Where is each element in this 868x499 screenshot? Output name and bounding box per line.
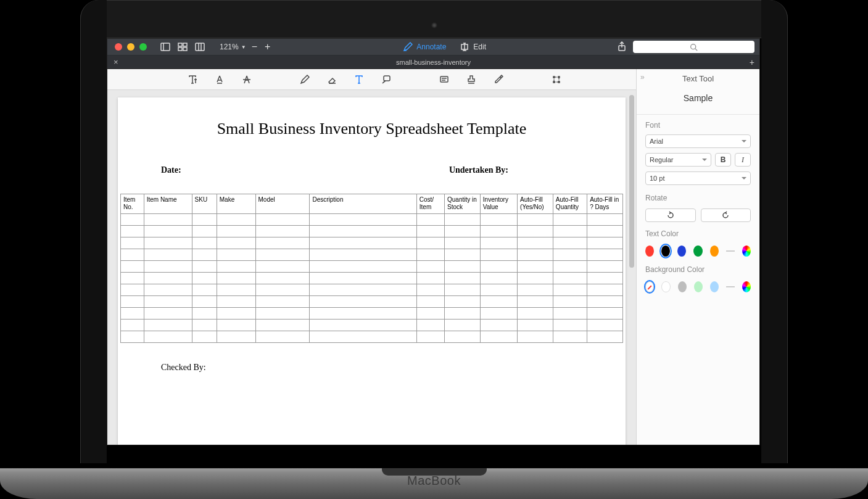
table-cell[interactable] [144, 226, 192, 237]
table-cell[interactable] [518, 284, 553, 296]
window-close-button[interactable] [115, 43, 122, 51]
table-cell[interactable] [217, 249, 255, 261]
table-cell[interactable] [445, 249, 481, 261]
table-cell[interactable] [192, 214, 217, 226]
share-icon[interactable] [617, 41, 627, 53]
table-cell[interactable] [255, 320, 310, 331]
table-cell[interactable] [416, 249, 444, 261]
table-cell[interactable] [121, 226, 144, 237]
table-cell[interactable] [310, 249, 416, 261]
bg-color-swatch[interactable] [661, 281, 670, 292]
new-tab-button[interactable]: + [750, 57, 754, 67]
table-cell[interactable] [121, 261, 144, 273]
table-cell[interactable] [192, 284, 217, 296]
table-cell[interactable] [121, 249, 144, 261]
table-cell[interactable] [144, 331, 192, 343]
table-cell[interactable] [553, 296, 587, 308]
text-color-swatch[interactable] [677, 245, 686, 257]
color-wheel-icon[interactable] [742, 281, 751, 292]
table-cell[interactable] [518, 273, 553, 284]
table-cell[interactable] [587, 261, 623, 273]
table-cell[interactable] [445, 214, 481, 226]
table-cell[interactable] [587, 331, 623, 343]
table-cell[interactable] [192, 331, 217, 343]
table-cell[interactable] [480, 226, 517, 237]
table-cell[interactable] [480, 284, 517, 296]
window-fullscreen-button[interactable] [139, 43, 147, 51]
table-cell[interactable] [416, 284, 444, 296]
table-cell[interactable] [587, 273, 623, 284]
table-cell[interactable] [553, 226, 587, 237]
table-cell[interactable] [144, 320, 192, 331]
table-cell[interactable] [518, 261, 553, 273]
table-cell[interactable] [416, 331, 444, 343]
callout-icon[interactable] [379, 73, 393, 86]
table-cell[interactable] [121, 214, 144, 226]
table-cell[interactable] [255, 296, 310, 308]
table-cell[interactable] [587, 320, 623, 331]
table-cell[interactable] [416, 296, 444, 308]
table-cell[interactable] [518, 214, 553, 226]
table-cell[interactable] [445, 261, 481, 273]
table-cell[interactable] [217, 237, 255, 249]
collapse-sidebar-icon[interactable]: » [640, 73, 645, 81]
table-cell[interactable] [192, 249, 217, 261]
table-cell[interactable] [416, 226, 444, 237]
table-cell[interactable] [553, 261, 587, 273]
table-cell[interactable] [553, 237, 587, 249]
table-cell[interactable] [310, 261, 416, 273]
search-input[interactable] [633, 41, 754, 53]
font-family-select[interactable]: Arial [645, 134, 751, 148]
zoom-control[interactable]: 121% ▼ [220, 43, 246, 51]
table-cell[interactable] [480, 249, 517, 261]
table-cell[interactable] [518, 226, 553, 237]
table-cell[interactable] [587, 296, 623, 308]
table-cell[interactable] [255, 284, 310, 296]
table-cell[interactable] [553, 249, 587, 261]
table-cell[interactable] [587, 249, 623, 261]
table-cell[interactable] [144, 284, 192, 296]
eyedropper-icon[interactable] [492, 73, 505, 86]
sidebar-toggle-icon[interactable] [159, 41, 172, 53]
thumbnails-toggle-icon[interactable] [176, 41, 189, 53]
table-cell[interactable] [144, 237, 192, 249]
table-cell[interactable] [310, 284, 416, 296]
table-cell[interactable] [445, 226, 481, 237]
table-cell[interactable] [416, 261, 444, 273]
font-weight-select[interactable]: Regular [645, 153, 711, 167]
table-cell[interactable] [518, 249, 553, 261]
table-cell[interactable] [255, 331, 310, 343]
table-cell[interactable] [518, 320, 553, 331]
table-cell[interactable] [445, 284, 481, 296]
note-icon[interactable] [437, 73, 451, 86]
table-cell[interactable] [518, 308, 553, 320]
table-cell[interactable] [217, 320, 255, 331]
table-cell[interactable] [255, 273, 310, 284]
bg-color-swatch[interactable] [710, 281, 719, 292]
table-cell[interactable] [518, 331, 553, 343]
annotate-mode-button[interactable]: Annotate [403, 42, 446, 52]
table-cell[interactable] [587, 284, 623, 296]
table-cell[interactable] [310, 273, 416, 284]
table-cell[interactable] [587, 214, 623, 226]
table-cell[interactable] [445, 331, 481, 343]
color-wheel-icon[interactable] [742, 245, 751, 257]
table-cell[interactable] [217, 273, 255, 284]
table-cell[interactable] [217, 284, 255, 296]
table-cell[interactable] [310, 226, 416, 237]
table-cell[interactable] [445, 320, 481, 331]
rotate-cw-button[interactable] [701, 208, 751, 222]
table-cell[interactable] [310, 308, 416, 320]
table-cell[interactable] [144, 214, 192, 226]
zoom-in-button[interactable]: + [263, 41, 272, 52]
bg-color-swatch[interactable] [694, 281, 703, 292]
table-cell[interactable] [192, 273, 217, 284]
table-cell[interactable] [445, 296, 481, 308]
text-style-icon[interactable] [186, 73, 199, 86]
table-cell[interactable] [255, 214, 310, 226]
table-cell[interactable] [310, 331, 416, 343]
table-cell[interactable] [144, 308, 192, 320]
vertical-scrollbar[interactable] [629, 95, 635, 440]
table-cell[interactable] [192, 237, 217, 249]
table-cell[interactable] [217, 226, 255, 237]
